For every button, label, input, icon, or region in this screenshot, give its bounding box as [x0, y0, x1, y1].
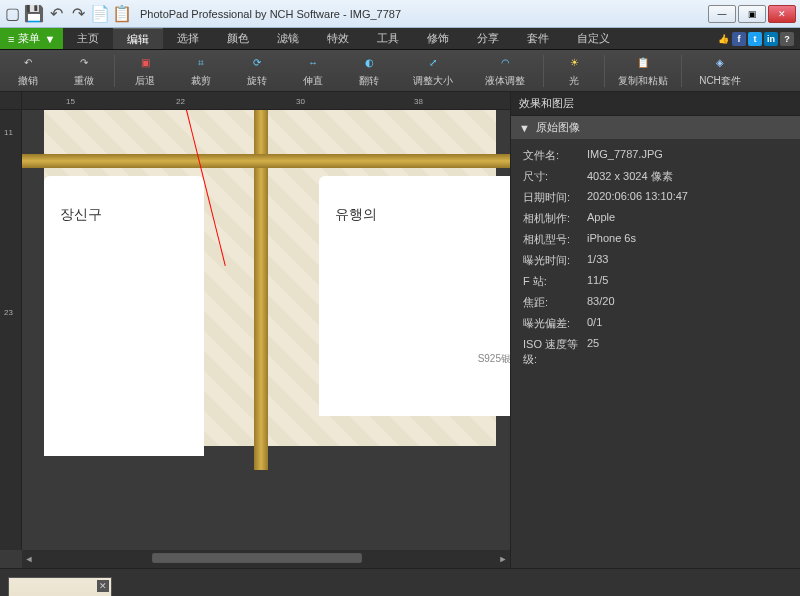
prop-model: 相机型号:iPhone 6s [511, 229, 800, 250]
copy-icon[interactable]: 📄 [92, 6, 108, 22]
panel-section-original[interactable]: ▼ 原始图像 [511, 116, 800, 139]
prop-size: 尺寸:4032 x 3024 像素 [511, 166, 800, 187]
prop-fstop: F 站:11/5 [511, 271, 800, 292]
horizontal-ruler: 15 22 30 38 [22, 92, 510, 110]
tab-filter[interactable]: 滤镜 [263, 28, 313, 49]
back-button[interactable]: ▣后退 [117, 50, 173, 91]
property-list: 文件名:IMG_7787.JPG 尺寸:4032 x 3024 像素 日期时间:… [511, 139, 800, 376]
tab-row: ≡ 菜单 ▼ 主页 编辑 选择 颜色 滤镜 特效 工具 修饰 分享 套件 自定义… [0, 28, 800, 50]
linkedin-icon[interactable]: in [764, 32, 778, 46]
prop-iso: ISO 速度等级:25 [511, 334, 800, 370]
new-icon[interactable]: ▢ [4, 6, 20, 22]
canvas-image: 장신구 유행의 S925银 [44, 110, 496, 446]
rotate-button[interactable]: ⟳旋转 [229, 50, 285, 91]
scroll-left-arrow[interactable]: ◄ [22, 552, 36, 566]
straighten-button[interactable]: ↔伸直 [285, 50, 341, 91]
prop-bias: 曝光偏差:0/1 [511, 313, 800, 334]
prop-datetime: 日期时间:2020:06:06 13:10:47 [511, 187, 800, 208]
facebook-icon[interactable]: f [732, 32, 746, 46]
chevron-down-icon: ▼ [519, 122, 530, 134]
quick-access-toolbar: ▢ 💾 ↶ ↷ 📄 📋 [4, 6, 130, 22]
thumbnail-item[interactable]: ✕ IMG_7787 [8, 577, 112, 596]
horizontal-scrollbar[interactable]: ◄ ► [22, 550, 510, 568]
prop-exposure: 曝光时间:1/33 [511, 250, 800, 271]
tab-home[interactable]: 主页 [63, 28, 113, 49]
thumbnail-close-icon[interactable]: ✕ [97, 580, 109, 592]
paste-icon[interactable]: 📋 [114, 6, 130, 22]
product-tag-left: 장신구 [44, 176, 204, 456]
save-icon[interactable]: 💾 [26, 6, 42, 22]
thumbnail-image [9, 578, 111, 596]
clipboard-icon: 📋 [634, 54, 652, 72]
canvas-panel: 15 22 30 38 11 23 장신구 유행의 S925银 ◄ ► [0, 92, 510, 568]
rotate-icon: ⟳ [248, 54, 266, 72]
window-title: PhotoPad Professional by NCH Software - … [140, 8, 706, 20]
liquid-button[interactable]: ◠液体调整 [469, 50, 541, 91]
liquid-icon: ◠ [496, 54, 514, 72]
menu-button[interactable]: ≡ 菜单 ▼ [0, 28, 63, 49]
tab-suite[interactable]: 套件 [513, 28, 563, 49]
straighten-icon: ↔ [304, 54, 322, 72]
toolbar: ↶撤销 ↷重做 ▣后退 ⌗裁剪 ⟳旋转 ↔伸直 ◐翻转 ⤢调整大小 ◠液体调整 … [0, 50, 800, 92]
tab-effects[interactable]: 特效 [313, 28, 363, 49]
twitter-icon[interactable]: t [748, 32, 762, 46]
thumbs-up-icon[interactable]: 👍 [716, 32, 730, 46]
redo-arrow-icon: ↷ [75, 54, 93, 72]
crop-icon: ⌗ [192, 54, 210, 72]
light-icon: ☀ [565, 54, 583, 72]
vertical-ruler: 11 23 [0, 110, 22, 550]
help-icon[interactable]: ? [780, 32, 794, 46]
resize-button[interactable]: ⤢调整大小 [397, 50, 469, 91]
scroll-right-arrow[interactable]: ► [496, 552, 510, 566]
hamburger-icon: ≡ [8, 33, 14, 45]
scrollbar-thumb[interactable] [152, 553, 362, 563]
window-controls: — ▣ ✕ [706, 5, 796, 23]
light-button[interactable]: ☀光 [546, 50, 602, 91]
tab-retouch[interactable]: 修饰 [413, 28, 463, 49]
canvas-viewport[interactable]: 장신구 유행의 S925银 [22, 110, 510, 550]
copypaste-button[interactable]: 📋复制和粘贴 [607, 50, 679, 91]
close-button[interactable]: ✕ [768, 5, 796, 23]
tab-tools[interactable]: 工具 [363, 28, 413, 49]
maximize-button[interactable]: ▣ [738, 5, 766, 23]
tab-edit[interactable]: 编辑 [113, 28, 163, 49]
ruler-corner [0, 92, 22, 110]
prop-focal: 焦距:83/20 [511, 292, 800, 313]
redo-icon[interactable]: ↷ [70, 6, 86, 22]
undo-icon[interactable]: ↶ [48, 6, 64, 22]
main-area: 15 22 30 38 11 23 장신구 유행의 S925银 ◄ ► [0, 92, 800, 568]
titlebar: ▢ 💾 ↶ ↷ 📄 📋 PhotoPad Professional by NCH… [0, 0, 800, 28]
tab-select[interactable]: 选择 [163, 28, 213, 49]
product-tag-right: 유행의 S925银 [319, 176, 510, 416]
prop-filename: 文件名:IMG_7787.JPG [511, 145, 800, 166]
undo-arrow-icon: ↶ [19, 54, 37, 72]
prop-make: 相机制作:Apple [511, 208, 800, 229]
right-panel: 效果和图层 ▼ 原始图像 文件名:IMG_7787.JPG 尺寸:4032 x … [510, 92, 800, 568]
thumbnail-bar: ✕ IMG_7787 [0, 568, 800, 596]
social-icons: 👍 f t in ? [716, 28, 800, 49]
undo-button[interactable]: ↶撤销 [0, 50, 56, 91]
suite-icon: ◈ [711, 54, 729, 72]
back-square-icon: ▣ [136, 54, 154, 72]
tab-share[interactable]: 分享 [463, 28, 513, 49]
resize-icon: ⤢ [424, 54, 442, 72]
panel-header: 效果和图层 [511, 92, 800, 116]
flip-icon: ◐ [360, 54, 378, 72]
redo-button[interactable]: ↷重做 [56, 50, 112, 91]
flip-button[interactable]: ◐翻转 [341, 50, 397, 91]
tab-custom[interactable]: 自定义 [563, 28, 624, 49]
suite-button[interactable]: ◈NCH套件 [684, 50, 756, 91]
tab-color[interactable]: 颜色 [213, 28, 263, 49]
crop-button[interactable]: ⌗裁剪 [173, 50, 229, 91]
minimize-button[interactable]: — [708, 5, 736, 23]
